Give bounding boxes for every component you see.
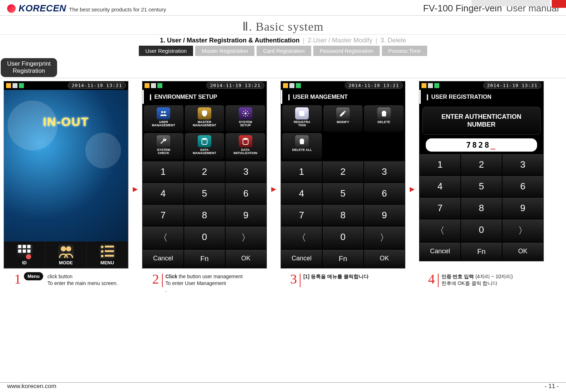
key-2[interactable]: 2 [461,154,502,175]
id-button[interactable]: ID [4,241,45,268]
key-fn[interactable]: Fn [184,249,225,268]
key-left[interactable]: 〈 [281,226,322,249]
svg-point-13 [101,255,103,257]
key-7[interactable]: 7 [142,204,184,226]
key-6[interactable]: 6 [364,183,405,204]
tagline: The best security products for 21 centur… [69,6,166,12]
icon-label: DATA INITIALIZATION [233,148,257,155]
system-setup-button[interactable]: SYSTEM SETUP [226,105,265,132]
tab-process-time[interactable]: Process Time [382,46,427,56]
key-right[interactable]: 〉 [225,226,267,249]
system-check-button[interactable]: SYSTEM CHECK [144,133,183,159]
svg-point-8 [66,246,71,251]
key-ok[interactable]: OK [225,249,267,268]
user-management-button[interactable]: USER MANAGEMENT [144,105,183,132]
mode-button[interactable]: MODE [45,241,87,268]
step-num: 3 [290,272,297,286]
key-9[interactable]: 9 [225,204,267,226]
icon-label: SYSTEM SETUP [239,120,252,127]
key-3[interactable]: 3 [502,154,544,175]
key-2[interactable]: 2 [184,161,225,183]
status-icons [283,83,301,88]
key-8[interactable]: 8 [461,197,502,219]
step-line: click button [47,274,72,279]
tab-card-registration[interactable]: Card Registration [257,46,311,56]
tab-user-registration[interactable]: User Registration [139,46,193,56]
icon-label: SYSTEM CHECK [157,148,170,155]
key-3[interactable]: 3 [225,161,267,183]
key-left[interactable]: 〈 [142,226,184,249]
key-0[interactable]: 0 [322,226,364,249]
key-right[interactable]: 〉 [364,226,405,249]
status-icons [421,83,439,88]
step-line: To enter the main menu screen. [47,280,118,286]
divider [0,78,566,78]
key-left[interactable]: 〈 [419,219,461,242]
key-1[interactable]: 1 [281,161,322,183]
key-1[interactable]: 1 [419,154,461,175]
key-ok[interactable]: OK [364,249,405,268]
footer-page: - 11 - [545,383,559,390]
key-8[interactable]: 8 [322,204,364,226]
key-right[interactable]: 〉 [502,219,544,242]
key-cancel[interactable]: Cancel [419,242,461,261]
key-5[interactable]: 5 [184,183,225,204]
top-gray-tab [471,0,550,6]
status-square-icon [296,83,301,88]
tab-password-registration[interactable]: Password Registration [313,46,380,56]
key-1[interactable]: 1 [142,161,184,183]
key-cancel[interactable]: Cancel [142,249,184,268]
panel-header-text: ENVIRONMENT SETUP [154,94,217,100]
delete-all-button[interactable]: DELETE ALL [282,133,322,159]
bottom-buttons: ID MODE MENU [4,241,128,268]
icon-label: REGISTRA TION [294,120,310,127]
status-icons [6,83,24,88]
icon-label: USER MANAGEMENT [152,120,176,127]
key-4[interactable]: 4 [142,183,184,204]
menu-button[interactable]: MENU [87,241,128,268]
auth-prompt: ENTER AUTHENTICATION NUMBER [422,107,541,135]
master-management-button[interactable]: MASTER MANAGEMENT [185,105,224,132]
step-bar [300,274,300,287]
delete-button[interactable]: DELETE [364,105,404,132]
trash-all-icon [295,135,309,147]
modify-button[interactable]: MODIFY [323,105,363,132]
key-8[interactable]: 8 [184,204,225,226]
key-9[interactable]: 9 [502,197,544,219]
key-0[interactable]: 0 [461,219,502,242]
key-6[interactable]: 6 [502,175,544,197]
data-initialization-button[interactable]: DATA INITIALIZATION [226,133,265,159]
step-line: (4자리 ~ 10자리) [474,274,513,279]
id-label: ID [5,260,44,265]
data-management-button[interactable]: DATA MANAGEMENT [185,133,224,159]
key-7[interactable]: 7 [281,204,322,226]
key-5[interactable]: 5 [322,183,364,204]
key-2[interactable]: 2 [322,161,364,183]
registration-button[interactable]: REGISTRA TION [282,105,322,132]
key-9[interactable]: 9 [364,204,405,226]
keypad: 1 2 3 4 5 6 7 8 9 〈 0 〉 Cancel Fn OK [142,161,267,268]
key-cancel[interactable]: Cancel [281,249,322,268]
key-fn[interactable]: Fn [322,249,364,268]
arrow-icon: ▶ [271,185,277,193]
keypad: 1 2 3 4 5 6 7 8 9 〈 0 〉 Cancel Fn OK [419,154,544,261]
key-4[interactable]: 4 [419,175,461,197]
step-line: 한후에 OK를 클릭 합니다 [441,280,498,286]
svg-point-11 [101,250,103,253]
key-fn[interactable]: Fn [461,242,502,261]
key-4[interactable]: 4 [281,183,322,204]
tab-master-registration[interactable]: Master Registration [195,46,254,56]
datetime: 2014-11-19 13:21 [68,82,126,89]
mode-label: MODE [46,260,86,265]
env-setup-grid: USER MANAGEMENT MASTER MANAGEMENT SYSTEM… [142,104,267,161]
key-7[interactable]: 7 [419,197,461,219]
breadcrumb-item-3: 3. Delete [380,37,406,44]
auth-number-input[interactable]: 7828_ [426,138,537,152]
key-0[interactable]: 0 [184,226,225,249]
svg-rect-1 [22,245,26,248]
key-3[interactable]: 3 [364,161,405,183]
key-ok[interactable]: OK [502,242,544,261]
key-5[interactable]: 5 [461,175,502,197]
step-text: [1] 등록을 메뉴를 클릭합니다 [303,272,369,280]
key-6[interactable]: 6 [225,183,267,204]
